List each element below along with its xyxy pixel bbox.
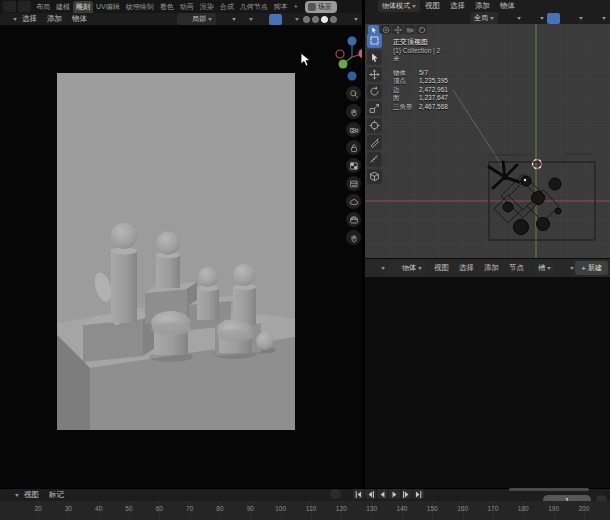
prev-key-button[interactable] [365, 489, 376, 499]
shader-editor-canvas[interactable] [365, 278, 610, 488]
tool-annotate[interactable] [367, 135, 382, 150]
ruler-label-190: 190 [548, 505, 559, 512]
tool-measure[interactable] [367, 152, 382, 167]
view-options-icon[interactable] [341, 14, 354, 25]
pan-hand-icon[interactable] [346, 104, 361, 119]
camera-view-toggle-icon[interactable] [404, 25, 415, 34]
workspace-tab-+[interactable]: + [291, 2, 301, 11]
shader-menu-视图[interactable]: 视图 [429, 263, 454, 273]
overlays-icon[interactable] [586, 13, 599, 24]
left-3d-viewport[interactable] [0, 26, 362, 488]
ruler-label-130: 130 [366, 505, 377, 512]
sphere-shade-toggle-icon[interactable] [416, 25, 427, 34]
move-toggle-icon[interactable] [392, 25, 403, 34]
mouse-cursor [300, 52, 312, 68]
shader-editor-header: 物体 视图选择添加节点 槽 + 新建 [365, 258, 610, 278]
next-key-button[interactable] [401, 489, 412, 499]
left-menu-物体[interactable]: 物体 [67, 14, 92, 24]
editor-type-timeline-icon[interactable] [2, 490, 15, 501]
workspace-tab-动画[interactable]: 动画 [177, 1, 197, 13]
workspace-tab-脚本[interactable]: 脚本 [271, 1, 291, 13]
editor-type-3d-icon[interactable] [365, 1, 378, 12]
workspace-tab-合成[interactable]: 合成 [217, 1, 237, 13]
browse-material-icon[interactable] [556, 263, 569, 274]
unit-label: 米 [393, 55, 448, 64]
workspace-tab-着色[interactable]: 着色 [157, 1, 177, 13]
checker-icon[interactable] [346, 158, 361, 173]
shader-editor-menus: 视图选择添加节点 [429, 263, 529, 273]
right-viewport-menus: 视图选择添加物体 [420, 1, 520, 11]
sync-icon[interactable] [330, 489, 341, 499]
xray-toggle-icon[interactable] [269, 14, 282, 25]
eyedropper-icon[interactable] [161, 14, 174, 25]
left-menu-添加[interactable]: 添加 [42, 14, 67, 24]
app-menu-icon[interactable] [3, 1, 16, 12]
editor-type-shader-icon[interactable] [367, 263, 380, 274]
new-material-button[interactable]: + 新建 [575, 261, 608, 275]
left-menu-选择[interactable]: 选择 [17, 14, 42, 24]
tool-rotate[interactable] [367, 84, 382, 99]
orientation-label: 全局 [474, 13, 488, 23]
material-slot-dropdown[interactable]: 槽 [534, 262, 555, 274]
snap-magnet-icon[interactable] [219, 14, 232, 25]
camera-view-icon[interactable] [346, 122, 361, 137]
right-viewport-menu-选择[interactable]: 选择 [445, 1, 470, 11]
shader-menu-选择[interactable]: 选择 [454, 263, 479, 273]
tool-move[interactable] [367, 67, 382, 82]
scene-selector[interactable]: 场景 [305, 1, 337, 13]
tool-transform[interactable] [367, 118, 382, 133]
tool-scale[interactable] [367, 101, 382, 116]
shading-material-preview-icon[interactable] [321, 16, 328, 23]
proportional-edit-icon[interactable] [236, 14, 249, 25]
collection-icon[interactable] [346, 212, 361, 227]
tool-cursor[interactable] [367, 50, 382, 65]
topbar: 布局建模雕刻UV编辑纹理绘制着色动画渲染合成几何节点脚本+ 场景 [0, 0, 362, 13]
xray-toggle-icon[interactable] [547, 13, 560, 24]
shading-rendered-icon[interactable] [330, 16, 337, 23]
workspace-tab-UV编辑[interactable]: UV编辑 [93, 1, 123, 13]
jump-end-button[interactable] [413, 489, 424, 499]
shader-menu-节点[interactable]: 节点 [504, 263, 529, 273]
play-rev-button[interactable] [377, 489, 388, 499]
workspace-tab-布局[interactable]: 布局 [33, 1, 53, 13]
overlays-icon[interactable] [282, 14, 295, 25]
zoom-icon[interactable] [346, 86, 361, 101]
jump-start-button[interactable] [353, 489, 364, 499]
mode-dropdown[interactable]: 物体模式 [378, 0, 420, 12]
transform-pivot-icon[interactable] [454, 13, 467, 24]
timeline-menu-视图[interactable]: 视图 [19, 490, 44, 500]
camera-render-image [57, 73, 295, 430]
render-region-icon[interactable] [346, 176, 361, 191]
shader-type-dropdown[interactable]: 物体 [388, 262, 426, 274]
timeline-scrollbar[interactable] [509, 488, 589, 491]
workspace-tab-建模[interactable]: 建模 [53, 1, 73, 13]
shading-wireframe-icon[interactable] [303, 16, 310, 23]
timeline-menu-标记[interactable]: 标记 [44, 490, 69, 500]
right-viewport-menu-添加[interactable]: 添加 [470, 1, 495, 11]
snap-magnet-icon[interactable] [501, 13, 514, 24]
shading-sphere-icon[interactable] [563, 13, 576, 24]
shader-menu-添加[interactable]: 添加 [479, 263, 504, 273]
play-button[interactable] [389, 489, 400, 499]
right-viewport-menu-视图[interactable]: 视图 [420, 1, 445, 11]
lock-icon[interactable] [346, 140, 361, 155]
right-viewport-menu-物体[interactable]: 物体 [495, 1, 520, 11]
proportional-edit-icon[interactable] [524, 13, 537, 24]
workspace-tab-渲染[interactable]: 渲染 [197, 1, 217, 13]
new-material-label: 新建 [588, 263, 602, 273]
tool-add-cube[interactable] [367, 169, 382, 184]
editor-type-icon[interactable] [0, 14, 13, 25]
right-3d-viewport[interactable]: 物体模式 视图选择添加物体 全局 [365, 0, 610, 258]
orientation-dropdown[interactable]: 全局 [470, 12, 498, 24]
grab-icon[interactable] [346, 230, 361, 245]
ruler-label-90: 90 [247, 505, 254, 512]
timeline-ruler[interactable]: 2030405060708090100110120130140150160170… [0, 501, 610, 520]
tool-select-box[interactable] [367, 33, 382, 48]
workspace-tab-几何节点[interactable]: 几何节点 [237, 1, 271, 13]
shading-solid-icon[interactable] [312, 16, 319, 23]
cloud-icon[interactable] [346, 194, 361, 209]
workspace-grid-icon[interactable] [18, 1, 31, 12]
workspace-tab-纹理绘制[interactable]: 纹理绘制 [123, 1, 157, 13]
transform-orientation-dropdown[interactable]: 局部 [177, 13, 216, 25]
workspace-tab-雕刻[interactable]: 雕刻 [73, 1, 93, 13]
